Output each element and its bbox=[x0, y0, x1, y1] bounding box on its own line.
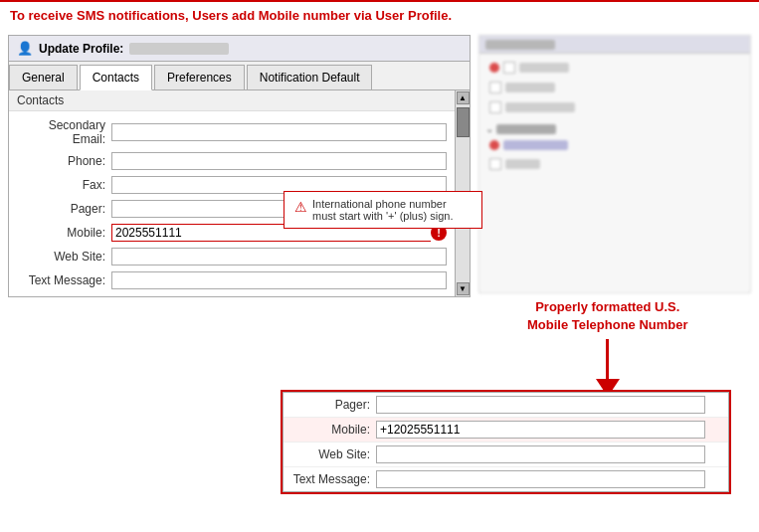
field-label: Phone: bbox=[17, 154, 111, 168]
bottom-field-input[interactable] bbox=[376, 470, 705, 488]
tab-contacts[interactable]: Contacts bbox=[80, 65, 152, 90]
field-label: Web Site: bbox=[17, 250, 111, 264]
bottom-panel: Pager:Mobile:Web Site:Text Message: bbox=[281, 390, 731, 494]
right-checkbox-row-5 bbox=[485, 156, 744, 172]
bottom-form-row: Pager: bbox=[284, 393, 728, 418]
panel-header: 👤 Update Profile: bbox=[9, 36, 470, 62]
right-panel: ⌄ bbox=[478, 35, 751, 293]
bottom-form-row: Web Site: bbox=[284, 443, 728, 467]
bottom-form-row: Text Message: bbox=[284, 467, 728, 491]
update-profile-label: Update Profile: bbox=[39, 42, 123, 56]
error-tooltip-icon: ⚠ bbox=[294, 199, 307, 215]
bottom-field-label: Pager: bbox=[291, 398, 376, 412]
tab-preferences[interactable]: Preferences bbox=[154, 65, 245, 89]
bottom-field-input[interactable] bbox=[376, 445, 705, 463]
contacts-form-row: Phone: bbox=[9, 149, 455, 173]
field-input[interactable] bbox=[111, 152, 447, 170]
right-checkbox-row-1 bbox=[485, 60, 744, 76]
right-checkbox-row-4 bbox=[485, 138, 744, 152]
error-tooltip: ⚠ International phone number must start … bbox=[284, 191, 482, 229]
error-tooltip-text: International phone number must start wi… bbox=[312, 198, 472, 222]
username-placeholder bbox=[129, 43, 229, 55]
bottom-panel-inner: Pager:Mobile:Web Site:Text Message: bbox=[283, 392, 729, 492]
bottom-field-label: Text Message: bbox=[291, 472, 376, 486]
tabs-row: General Contacts Preferences Notificatio… bbox=[9, 62, 470, 90]
right-checkbox-row-3 bbox=[485, 99, 744, 115]
field-label: Text Message: bbox=[17, 273, 111, 287]
tab-general[interactable]: General bbox=[9, 65, 78, 89]
bottom-field-input[interactable] bbox=[376, 421, 705, 439]
right-checkbox-row-2 bbox=[485, 80, 744, 95]
bottom-field-input[interactable] bbox=[376, 396, 705, 414]
field-input[interactable] bbox=[111, 248, 447, 266]
contacts-form-row: Text Message: bbox=[9, 268, 455, 292]
contacts-form-row: Secondary Email: bbox=[9, 115, 455, 149]
tab-notification-default[interactable]: Notification Default bbox=[247, 65, 373, 89]
field-input[interactable] bbox=[111, 271, 447, 289]
contacts-form-row: Web Site: bbox=[9, 245, 455, 268]
update-profile-panel: 👤 Update Profile: General Contacts Prefe… bbox=[8, 35, 471, 297]
bottom-form-row: Mobile: bbox=[284, 418, 728, 443]
bottom-field-label: Web Site: bbox=[291, 447, 376, 461]
arrow-line bbox=[606, 339, 609, 379]
arrow-section: Properly formatted U.S. Mobile Telephone… bbox=[527, 298, 688, 397]
field-input[interactable] bbox=[111, 123, 447, 141]
contacts-section-label: Contacts bbox=[9, 90, 455, 111]
sms-notification-banner: To receive SMS notifications, Users add … bbox=[0, 0, 759, 29]
field-label: Pager: bbox=[17, 202, 111, 216]
field-label: Fax: bbox=[17, 178, 111, 192]
work-prog-label: ⌄ bbox=[485, 123, 744, 134]
arrow-label: Properly formatted U.S. Mobile Telephone… bbox=[527, 298, 688, 334]
field-label: Secondary Email: bbox=[17, 118, 111, 146]
bottom-field-label: Mobile: bbox=[291, 423, 376, 437]
field-label: Mobile: bbox=[17, 226, 111, 240]
user-icon: 👤 bbox=[17, 41, 33, 56]
